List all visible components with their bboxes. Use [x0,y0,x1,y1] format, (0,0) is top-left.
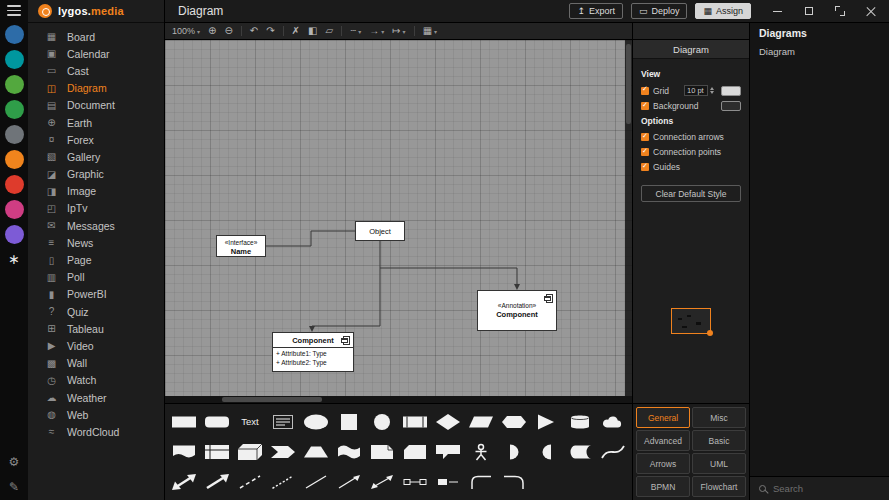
sidebar-item-wall[interactable]: ▩ Wall [28,355,164,372]
zoom-select[interactable]: 100% ▾ [172,26,200,36]
checkbox[interactable] [641,133,649,141]
sidebar-item-gallery[interactable]: ▧ Gallery [28,148,164,165]
shape-text[interactable]: Text [236,410,264,434]
clear-default-style-button[interactable]: Clear Default Style [641,185,741,202]
node-object[interactable]: Object [355,221,405,241]
shape-hexagon[interactable] [500,410,528,434]
category-basic[interactable]: Basic [692,430,746,451]
outline-preview[interactable] [671,308,711,334]
shape-rounded-rectangle[interactable] [203,410,231,434]
sidebar-item-graphic[interactable]: ◪ Graphic [28,166,164,183]
category-uml[interactable]: UML [692,453,746,474]
shape-step[interactable] [269,440,297,464]
sidebar-item-page[interactable]: ▯ Page [28,251,164,268]
shape-square[interactable] [335,410,363,434]
sidebar-item-tableau[interactable]: ⊞ Tableau [28,320,164,337]
shape-callout[interactable] [434,440,462,464]
app-icon-orange[interactable] [5,150,24,169]
line-style-icon[interactable]: ┄ ▾ [350,26,361,36]
gear-icon[interactable]: ⚙ [9,455,20,469]
sidebar-item-calendar[interactable]: ▣ Calendar [28,45,164,62]
app-icon-purple[interactable] [5,225,24,244]
shape-data-storage[interactable] [566,440,594,464]
node-annotation-component[interactable]: «Annotation» Component [477,290,557,331]
shape-dashed-line[interactable] [236,470,264,494]
shape-horizontal-elbow[interactable] [500,470,528,494]
shape-vertical-elbow[interactable] [467,470,495,494]
shape-parallelogram[interactable] [467,410,495,434]
app-icon-gray[interactable] [5,125,24,144]
category-bpmn[interactable]: BPMN [636,476,690,497]
deploy-button[interactable]: ▭ Deploy [631,3,688,19]
shape-trapezoid[interactable] [302,440,330,464]
shape-arrow[interactable] [203,470,231,494]
assign-button[interactable]: ▦ Assign [695,3,751,19]
sidebar-item-messages[interactable]: ✉ Messages [28,217,164,234]
restore-button[interactable] [802,5,815,18]
category-flowchart[interactable]: Flowchart [692,476,746,497]
shape-note[interactable] [368,440,396,464]
delete-icon[interactable]: ✗ [292,26,300,36]
sidebar-item-image[interactable]: ◨ Image [28,183,164,200]
sidebar-item-iptv[interactable]: ◰ IpTv [28,200,164,217]
grid-size-input[interactable] [684,85,708,96]
sidebar-item-forex[interactable]: ¤ Forex [28,131,164,148]
shape-card[interactable] [401,440,429,464]
hamburger-menu-icon[interactable] [7,5,21,16]
vertical-scrollbar-thumb[interactable] [626,44,631,124]
sidebar-item-powerbi[interactable]: ▮ PowerBI [28,286,164,303]
shape-or[interactable] [500,440,528,464]
shape-and[interactable] [533,440,561,464]
shape-tape[interactable] [335,440,363,464]
shape-document[interactable] [170,440,198,464]
app-icon-green[interactable] [5,75,24,94]
shape-ellipse[interactable] [302,410,330,434]
connection-icon[interactable]: ↦ ▾ [392,26,405,36]
sidebar-item-web[interactable]: ◍ Web [28,406,164,423]
app-icon-star[interactable]: ∗ [5,250,24,269]
category-arrows[interactable]: Arrows [636,453,690,474]
shape-cloud[interactable] [599,410,627,434]
sidebar-item-earth[interactable]: ⊕ Earth [28,114,164,131]
horizontal-scrollbar-thumb[interactable] [222,397,322,402]
shape-triangle[interactable] [533,410,561,434]
node-component-class[interactable]: Component + Attribute1: Type + Attribute… [272,332,354,372]
shape-dotted-line[interactable] [269,470,297,494]
checkbox[interactable] [641,163,649,171]
sidebar-item-weather[interactable]: ☁ Weather [28,389,164,406]
sidebar-item-document[interactable]: ▤ Document [28,97,164,114]
grid-size-stepper[interactable] [710,87,714,95]
search-input[interactable] [773,483,889,494]
minimize-button[interactable] [771,5,784,18]
pencil-icon[interactable]: ✎ [9,480,19,494]
horizontal-scrollbar[interactable] [165,396,632,403]
app-icon-teal[interactable] [5,50,24,69]
shape-circle[interactable] [368,410,396,434]
node-interface[interactable]: «Interface» Name [216,235,266,257]
category-general[interactable]: General [636,407,690,428]
undo-icon[interactable]: ↶ [250,26,258,36]
app-icon-dark-green[interactable] [5,100,24,119]
sidebar-item-board[interactable]: ▦ Board [28,28,164,45]
table-icon[interactable]: ▦ ▾ [423,26,437,36]
grid-color-swatch[interactable] [721,86,741,96]
redo-icon[interactable]: ↷ [266,26,274,36]
shape-bidirectional-arrow[interactable] [170,470,198,494]
grid-checkbox[interactable] [641,87,649,95]
app-icon-magenta[interactable] [5,200,24,219]
shape-internal-storage[interactable] [203,440,231,464]
sidebar-item-watch[interactable]: ◷ Watch [28,372,164,389]
background-color-swatch[interactable] [721,101,741,111]
shape-actor[interactable] [467,440,495,464]
shape-textbox[interactable] [269,410,297,434]
sidebar-item-video[interactable]: ▶ Video [28,337,164,354]
diagram-item-diagram[interactable]: Diagram ✎ [750,43,889,60]
checkbox[interactable] [641,148,649,156]
sidebar-item-quiz[interactable]: ? Quiz [28,303,164,320]
shape-directional-connector[interactable] [335,470,363,494]
sidebar-item-news[interactable]: ≡ News [28,234,164,251]
app-logo[interactable]: lygos.media [28,0,164,23]
shape-link[interactable] [401,470,429,494]
shape-bidirectional-connector[interactable] [368,470,396,494]
app-icon-blue[interactable] [5,25,24,44]
